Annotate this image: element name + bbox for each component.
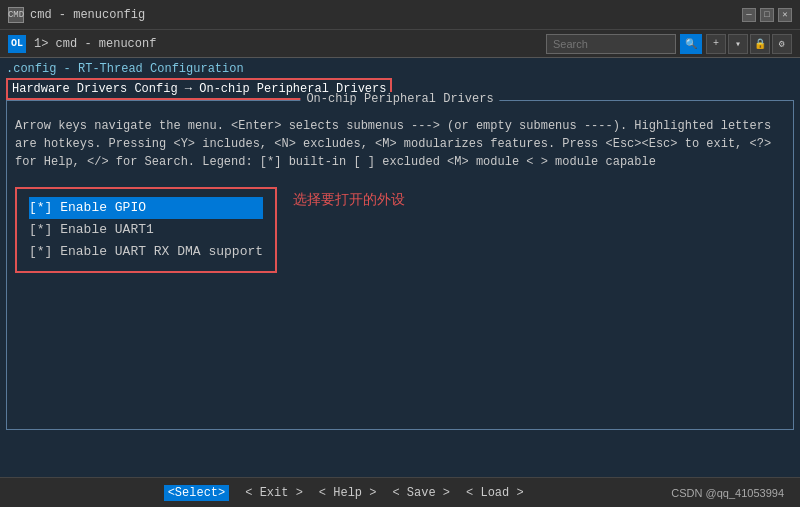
- dropdown-button[interactable]: ▾: [728, 34, 748, 54]
- bottom-bar: <Select>< Exit >< Help >< Save >< Load >…: [0, 477, 800, 507]
- bottom-buttons: <Select>< Exit >< Help >< Save >< Load >: [16, 485, 671, 501]
- options-wrapper: [*] Enable GPIO[*] Enable UART1[*] Enabl…: [15, 187, 785, 273]
- info-text: Arrow keys navigate the menu. <Enter> se…: [15, 117, 785, 171]
- panel-title: On-chip Peripheral Drivers: [300, 92, 499, 106]
- bottom-nav-button[interactable]: <Select>: [164, 485, 230, 501]
- bottom-nav-button[interactable]: < Load >: [466, 486, 524, 500]
- app-icon: CMD: [8, 7, 24, 23]
- options-box: [*] Enable GPIO[*] Enable UART1[*] Enabl…: [15, 187, 277, 273]
- info-line-2: are hotkeys. Pressing <Y> includes, <N> …: [15, 135, 785, 153]
- title-bar-text: cmd - menuconfig: [30, 8, 742, 22]
- search-area: 🔍 + ▾ 🔒 ⚙: [546, 34, 792, 54]
- title-bar-controls: ─ □ ✕: [742, 8, 792, 22]
- info-line-1: Arrow keys navigate the menu. <Enter> se…: [15, 117, 785, 135]
- chinese-label: 选择要打开的外设: [293, 191, 405, 209]
- info-line-3: for Help, </> for Search. Legend: [*] bu…: [15, 153, 785, 171]
- bottom-nav-button[interactable]: < Exit >: [245, 486, 303, 500]
- maximize-button[interactable]: □: [760, 8, 774, 22]
- close-button[interactable]: ✕: [778, 8, 792, 22]
- cmd-icon: OL: [8, 35, 26, 53]
- search-button[interactable]: 🔍: [680, 34, 702, 54]
- option-item[interactable]: [*] Enable UART1: [29, 219, 263, 241]
- bottom-nav-button[interactable]: < Help >: [319, 486, 377, 500]
- addr-bar: OL 1> cmd - menuconf 🔍 + ▾ 🔒 ⚙: [0, 30, 800, 58]
- option-item[interactable]: [*] Enable GPIO: [29, 197, 263, 219]
- search-input[interactable]: [546, 34, 676, 54]
- panel: On-chip Peripheral Drivers Arrow keys na…: [6, 100, 794, 430]
- settings-button[interactable]: ⚙: [772, 34, 792, 54]
- minimize-button[interactable]: ─: [742, 8, 756, 22]
- add-tab-button[interactable]: +: [706, 34, 726, 54]
- main-content: .config - RT-Thread Configuration Hardwa…: [0, 58, 800, 477]
- bottom-nav-button[interactable]: < Save >: [392, 486, 450, 500]
- lock-button[interactable]: 🔒: [750, 34, 770, 54]
- watermark: CSDN @qq_41053994: [671, 487, 784, 499]
- title-bar: CMD cmd - menuconfig ─ □ ✕: [0, 0, 800, 30]
- breadcrumb: .config - RT-Thread Configuration: [6, 62, 794, 76]
- extra-buttons: + ▾ 🔒 ⚙: [706, 34, 792, 54]
- option-item[interactable]: [*] Enable UART RX DMA support: [29, 241, 263, 263]
- tab-label[interactable]: 1> cmd - menuconf: [34, 37, 156, 51]
